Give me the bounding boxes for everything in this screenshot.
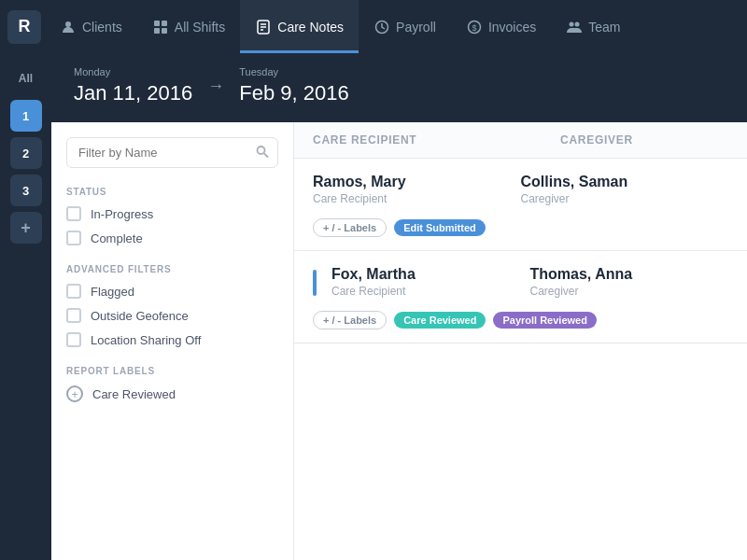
checkbox-in-progress[interactable] bbox=[66, 206, 81, 221]
col-header-care: Care Recipient bbox=[313, 133, 560, 147]
sidebar-btn-all[interactable]: All bbox=[10, 63, 42, 94]
svg-rect-4 bbox=[162, 28, 167, 34]
filter-option-complete[interactable]: Complete bbox=[66, 231, 278, 245]
add-labels-pill-1[interactable]: + / - Labels bbox=[313, 218, 387, 237]
care-recipient-name-1: Ramos, Mary bbox=[313, 174, 521, 190]
caregiver-block-2: Thomas, Anna Caregiver bbox=[530, 266, 729, 298]
sidebar: All 1 2 3 + bbox=[0, 53, 51, 560]
filter-label-flagged: Flagged bbox=[91, 285, 134, 299]
svg-line-15 bbox=[264, 153, 268, 157]
to-date-block: Tuesday Feb 9, 2016 bbox=[239, 66, 348, 105]
svg-point-12 bbox=[570, 21, 574, 26]
filter-option-care-reviewed[interactable]: + Care Reviewed bbox=[66, 385, 278, 402]
add-labels-pill-2[interactable]: + / - Labels bbox=[313, 311, 387, 329]
checkbox-complete[interactable] bbox=[66, 231, 81, 245]
care-recipient-block-1: Ramos, Mary Care Recipient bbox=[313, 174, 521, 205]
filter-label-in-progress: In-Progress bbox=[91, 207, 153, 221]
nav-item-care-notes[interactable]: Care Notes bbox=[240, 0, 359, 53]
svg-point-13 bbox=[575, 21, 580, 26]
filter-label-complete: Complete bbox=[91, 231, 143, 245]
nav-item-invoices[interactable]: $ Invoices bbox=[451, 0, 551, 53]
caregiver-role-2: Caregiver bbox=[530, 285, 729, 298]
row-labels-2: + / - Labels Care Reviewed Payroll Revie… bbox=[294, 305, 747, 343]
from-date-block: Monday Jan 11, 2016 bbox=[74, 66, 192, 105]
sidebar-btn-1[interactable]: 1 bbox=[10, 100, 42, 132]
care-reviewed-pill[interactable]: Care Reviewed bbox=[394, 312, 486, 329]
col-header-caregiver: Caregiver bbox=[560, 133, 728, 147]
status-section-title: STATUS bbox=[66, 187, 278, 197]
svg-point-0 bbox=[65, 21, 71, 27]
report-labels-section: REPORT LABELS + Care Reviewed bbox=[66, 366, 278, 402]
date-range-bar: Monday Jan 11, 2016 → Tuesday Feb 9, 201… bbox=[51, 53, 747, 122]
nav-item-all-shifts[interactable]: All Shifts bbox=[137, 0, 240, 53]
care-recipient-block-2: Fox, Martha Care Recipient bbox=[331, 266, 530, 298]
svg-rect-2 bbox=[162, 21, 167, 26]
filter-option-location-sharing[interactable]: Location Sharing Off bbox=[66, 332, 278, 347]
filter-option-flagged[interactable]: Flagged bbox=[66, 284, 278, 299]
team-icon bbox=[566, 19, 583, 35]
svg-text:$: $ bbox=[472, 23, 476, 33]
content-area: All 1 2 3 + Monday Jan 11, 2016 → Tuesda… bbox=[0, 53, 747, 560]
row-labels-1: + / - Labels Edit Submitted bbox=[294, 213, 747, 250]
care-recipient-role-2: Care Recipient bbox=[331, 285, 530, 298]
care-recipient-role-1: Care Recipient bbox=[313, 192, 521, 205]
to-day-label: Tuesday bbox=[239, 66, 348, 77]
table-row: Ramos, Mary Care Recipient Collins, Sama… bbox=[294, 159, 747, 251]
to-date-value: Feb 9, 2016 bbox=[239, 81, 348, 105]
row-accent-indicator bbox=[313, 270, 317, 296]
filter-label-location-sharing: Location Sharing Off bbox=[91, 333, 201, 347]
filter-label-care-reviewed: Care Reviewed bbox=[92, 387, 176, 401]
filter-option-outside-geofence[interactable]: Outside Geofence bbox=[66, 308, 278, 323]
from-day-label: Monday bbox=[74, 66, 192, 77]
clients-icon bbox=[60, 19, 77, 35]
row-main-1: Ramos, Mary Care Recipient Collins, Sama… bbox=[294, 159, 747, 213]
caregiver-role-1: Caregiver bbox=[521, 192, 729, 205]
svg-rect-1 bbox=[154, 21, 160, 26]
from-date-value: Jan 11, 2016 bbox=[74, 81, 192, 105]
split-layout: STATUS In-Progress Complete ADVANCED FIL… bbox=[51, 122, 747, 560]
table-header: Care Recipient Caregiver bbox=[294, 122, 747, 159]
nav-item-team[interactable]: Team bbox=[551, 0, 635, 53]
filter-search-input[interactable] bbox=[66, 137, 278, 168]
row-main-2: Fox, Martha Care Recipient Thomas, Anna … bbox=[294, 251, 747, 305]
advanced-filter-section: ADVANCED FILTERS Flagged Outside Geofenc… bbox=[66, 264, 278, 347]
svg-point-14 bbox=[258, 147, 265, 154]
sidebar-btn-3[interactable]: 3 bbox=[10, 175, 42, 206]
nav-item-payroll[interactable]: Payroll bbox=[359, 0, 451, 53]
status-filter-section: STATUS In-Progress Complete bbox=[66, 187, 278, 245]
advanced-section-title: ADVANCED FILTERS bbox=[66, 264, 278, 274]
top-navigation: R Clients All Shifts Care Notes Payroll bbox=[0, 0, 747, 53]
caregiver-block-1: Collins, Saman Caregiver bbox=[521, 174, 729, 205]
sidebar-btn-add[interactable]: + bbox=[10, 212, 42, 244]
filter-panel: STATUS In-Progress Complete ADVANCED FIL… bbox=[51, 122, 294, 560]
checkbox-outside-geofence[interactable] bbox=[66, 308, 81, 323]
checkbox-location-sharing[interactable] bbox=[66, 332, 81, 347]
add-label-button[interactable]: + bbox=[66, 385, 83, 402]
search-wrap bbox=[66, 137, 278, 168]
app-logo: R bbox=[7, 10, 41, 44]
payroll-icon bbox=[374, 19, 390, 35]
filter-label-outside-geofence: Outside Geofence bbox=[91, 309, 189, 323]
caregiver-name-1: Collins, Saman bbox=[521, 174, 729, 190]
all-shifts-icon bbox=[152, 19, 169, 35]
care-notes-icon bbox=[255, 19, 272, 35]
sidebar-btn-2[interactable]: 2 bbox=[10, 137, 42, 169]
table-row: Fox, Martha Care Recipient Thomas, Anna … bbox=[294, 251, 747, 343]
report-labels-title: REPORT LABELS bbox=[66, 366, 278, 376]
invoices-icon: $ bbox=[466, 19, 483, 35]
checkbox-flagged[interactable] bbox=[66, 284, 81, 299]
search-icon bbox=[256, 145, 269, 161]
nav-item-clients[interactable]: Clients bbox=[45, 0, 137, 53]
care-recipient-name-2: Fox, Martha bbox=[331, 266, 530, 283]
nav-items: Clients All Shifts Care Notes Payroll $ … bbox=[45, 0, 635, 53]
payroll-reviewed-pill[interactable]: Payroll Reviewed bbox=[493, 312, 597, 329]
date-arrow: → bbox=[207, 77, 224, 96]
filter-option-in-progress[interactable]: In-Progress bbox=[66, 206, 278, 221]
table-panel: Care Recipient Caregiver Ramos, Mary Car… bbox=[294, 122, 747, 560]
main-content: Monday Jan 11, 2016 → Tuesday Feb 9, 201… bbox=[51, 53, 747, 560]
caregiver-name-2: Thomas, Anna bbox=[530, 266, 729, 283]
svg-rect-3 bbox=[154, 28, 160, 34]
edit-submitted-pill[interactable]: Edit Submitted bbox=[394, 219, 486, 236]
